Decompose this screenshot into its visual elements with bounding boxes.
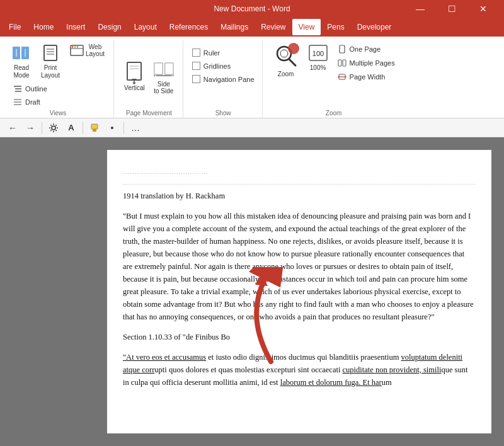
svg-rect-26	[154, 63, 163, 75]
web-layout-label: WebLayout	[86, 43, 105, 57]
side-to-side-label: Sideto Side	[154, 81, 173, 94]
svg-point-12	[77, 46, 78, 47]
ruler-checkbox[interactable]: Ruler	[190, 47, 257, 59]
vertical-icon	[124, 63, 144, 83]
svg-rect-38	[343, 60, 346, 66]
zoom-100-icon: 100	[308, 43, 328, 63]
menu-home[interactable]: Home	[27, 19, 60, 35]
menu-references[interactable]: References	[163, 19, 214, 35]
svg-rect-43	[93, 129, 96, 132]
ribbon: ReadMode PrintLayout	[0, 37, 504, 118]
svg-rect-37	[338, 60, 341, 66]
menu-mailings[interactable]: Mailings	[214, 19, 255, 35]
side-to-side-icon	[154, 59, 174, 79]
read-mode-label: ReadMode	[13, 64, 29, 79]
multiple-pages-label: Multiple Pages	[350, 59, 395, 67]
quick-toolbar: ← → A • …	[0, 118, 504, 137]
menu-insert[interactable]: Insert	[60, 19, 91, 35]
views-group-label: Views	[8, 108, 108, 118]
svg-point-11	[74, 46, 76, 47]
svg-line-33	[289, 59, 295, 66]
maximize-button[interactable]: ☐	[437, 0, 466, 18]
document-page: ⋯⋯⋯⋯⋯⋯⋯⋯⋯⋯⋯ ⋯ 1914 translation by H. Rac…	[107, 150, 491, 433]
doc-paragraph-1: 1914 translation by H. Rackham	[123, 190, 476, 202]
multiple-pages-button[interactable]: Multiple Pages	[333, 57, 399, 69]
read-mode-button[interactable]: ReadMode	[8, 40, 35, 82]
navigation-pane-checkbox-box	[192, 75, 200, 83]
page-movement-group-label: Page Movement	[120, 108, 178, 118]
zoom-label: Zoom	[278, 71, 294, 77]
menu-view[interactable]: View	[292, 19, 321, 35]
one-page-icon	[337, 44, 347, 54]
ribbon-group-page-movement: Vertical Sideto Side	[115, 40, 183, 118]
svg-rect-42	[91, 124, 98, 129]
outline-icon	[13, 84, 23, 94]
draft-button[interactable]: Draft	[9, 96, 108, 108]
vertical-button[interactable]: Vertical	[120, 60, 149, 94]
navigation-pane-checkbox[interactable]: Navigation Pane	[190, 73, 257, 85]
svg-point-10	[72, 46, 73, 47]
bullet-button[interactable]: •	[105, 120, 120, 135]
web-layout-icon	[69, 43, 84, 58]
navigation-pane-label: Navigation Pane	[203, 76, 255, 83]
ribbon-group-views: ReadMode PrintLayout	[3, 40, 114, 118]
zoom-button[interactable]: Zoom	[269, 40, 303, 80]
side-to-side-button[interactable]: Sideto Side	[150, 57, 178, 97]
zoom-100-label: 100%	[310, 64, 326, 71]
page-width-icon	[337, 72, 347, 82]
document-text: ⋯⋯⋯⋯⋯⋯⋯⋯⋯⋯⋯ ⋯ 1914 translation by H. Rac…	[123, 169, 476, 389]
toolbar-separator-3	[123, 122, 124, 134]
more-button[interactable]: …	[128, 120, 143, 135]
svg-point-41	[52, 126, 55, 130]
web-layout-button[interactable]: WebLayout	[66, 40, 108, 60]
minimize-button[interactable]: —	[406, 0, 435, 18]
redo-button[interactable]: →	[23, 120, 38, 135]
menu-design[interactable]: Design	[91, 19, 127, 35]
svg-rect-27	[165, 63, 173, 75]
menu-developer[interactable]: Developer	[351, 19, 398, 35]
one-page-label: One Page	[350, 45, 381, 53]
page-width-button[interactable]: Page Width	[333, 71, 399, 83]
ruler-label: Ruler	[203, 49, 220, 57]
views-small-buttons: WebLayout	[66, 40, 108, 60]
outline-button[interactable]: Outline	[9, 83, 108, 95]
page-width-label: Page Width	[350, 73, 386, 81]
document-area: ⋯⋯⋯⋯⋯⋯⋯⋯⋯⋯⋯ ⋯ 1914 translation by H. Rac…	[0, 137, 504, 446]
menu-review[interactable]: Review	[255, 19, 292, 35]
close-button[interactable]: ✕	[469, 0, 498, 18]
doc-line-0: ⋯⋯⋯⋯⋯⋯⋯⋯⋯⋯⋯ ⋯	[123, 169, 476, 185]
menu-layout[interactable]: Layout	[128, 19, 163, 35]
zoom-100-button[interactable]: 100 100%	[304, 40, 332, 74]
menu-pens[interactable]: Pens	[321, 19, 350, 35]
print-layout-icon	[40, 43, 60, 63]
svg-rect-19	[127, 62, 141, 80]
doc-paragraph-3: Section 1.10.33 of "de Finibus Bo	[123, 331, 476, 343]
highlight-button[interactable]	[87, 120, 102, 135]
menu-file[interactable]: File	[3, 19, 27, 35]
svg-marker-30	[173, 74, 174, 76]
gridlines-label: Gridlines	[203, 62, 231, 70]
font-color-button[interactable]: A	[64, 120, 79, 135]
read-mode-icon	[11, 43, 32, 63]
menu-bar: File Home Insert Design Layout Reference…	[0, 18, 504, 37]
multiple-pages-icon	[337, 58, 347, 68]
svg-rect-36	[340, 45, 345, 53]
undo-button[interactable]: ←	[5, 120, 20, 135]
vertical-label: Vertical	[124, 84, 145, 91]
print-layout-button[interactable]: PrintLayout	[37, 40, 64, 82]
draft-icon	[13, 97, 23, 107]
title-bar: New Document - Word — ☐ ✕	[0, 0, 504, 18]
doc-paragraph-4: "At vero eos et accusamus et iusto odio …	[123, 351, 476, 389]
doc-paragraph-2: "But I must explain to you how all this …	[123, 210, 476, 323]
one-page-button[interactable]: One Page	[333, 43, 399, 55]
ruler-checkbox-box	[192, 49, 200, 57]
print-layout-label: PrintLayout	[41, 64, 60, 79]
zoom-small-buttons: One Page Multiple Pages	[333, 43, 399, 83]
window-controls: — ☐ ✕	[406, 0, 498, 18]
gridlines-checkbox-box	[192, 62, 200, 70]
gridlines-checkbox[interactable]: Gridlines	[190, 60, 257, 72]
zoom-group-label: Zoom	[269, 108, 399, 118]
svg-marker-29	[154, 74, 155, 76]
settings-button[interactable]	[46, 120, 61, 135]
title-text: New Document - Word	[214, 4, 290, 13]
